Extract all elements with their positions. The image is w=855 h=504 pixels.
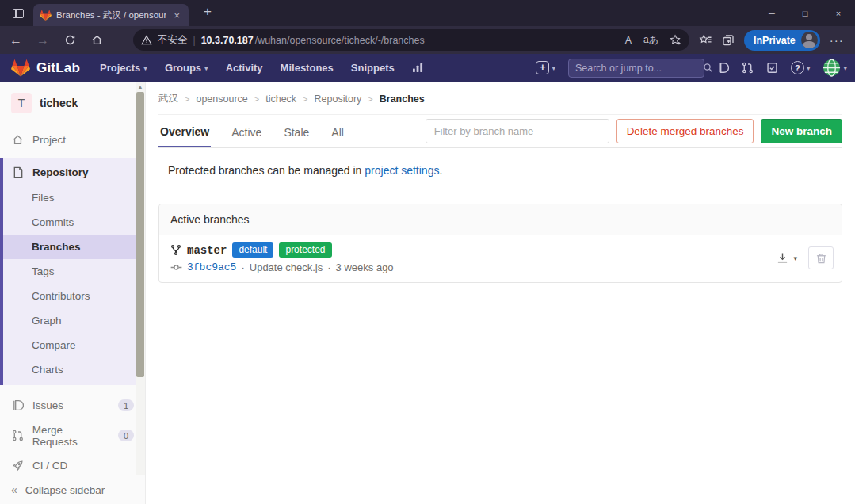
branches-page: 武汉 > opensource > ticheck > Repository >… [146, 82, 855, 504]
address-bar-actions: A aあ [625, 33, 681, 47]
inprivate-badge[interactable]: InPrivate [744, 30, 820, 51]
sidebar-item-issues[interactable]: Issues 1 [0, 393, 145, 418]
chevrons-left-icon: « [11, 483, 17, 496]
user-menu[interactable]: ▾ [823, 59, 847, 77]
tab-all[interactable]: All [330, 116, 345, 147]
download-source-button[interactable]: ▾ [777, 252, 797, 264]
analytics-chart-icon[interactable] [412, 63, 424, 73]
breadcrumb-repository[interactable]: Repository [315, 94, 362, 105]
breadcrumb-subgroup[interactable]: opensource [196, 94, 247, 105]
commit-sha-link[interactable]: 3fbc9ac5 [187, 262, 236, 273]
project-sidebar: T ticheck Project R [0, 82, 146, 504]
nav-activity[interactable]: Activity [226, 62, 263, 74]
commit-time: 3 weeks ago [336, 262, 394, 273]
nav-groups[interactable]: Groups▾ [165, 62, 208, 74]
nav-projects-label: Projects [100, 62, 140, 74]
favorites-bar-icon[interactable] [699, 34, 712, 46]
project-settings-link[interactable]: project settings [365, 164, 439, 177]
url-host[interactable]: 10.3.70.187 [201, 35, 254, 46]
window-controls: ─ □ × [755, 0, 855, 26]
tab-close-icon[interactable]: × [171, 10, 182, 21]
nav-milestones[interactable]: Milestones [281, 62, 334, 74]
gitlab-navbar: GitLab Projects▾ Groups▾ Activity Milest… [0, 54, 855, 82]
sidebar-item-tags[interactable]: Tags [3, 259, 145, 284]
add-favorite-icon[interactable] [670, 34, 681, 46]
user-avatar [823, 59, 841, 77]
issues-nav-icon[interactable] [717, 62, 729, 74]
sidebar-scrollbar[interactable]: ▲ [136, 82, 145, 475]
search-input[interactable] [575, 63, 703, 74]
delete-branch-button[interactable] [808, 246, 834, 269]
git-branch-icon [170, 244, 181, 256]
help-menu[interactable]: ? ▾ [791, 61, 811, 74]
mr-count-badge: 0 [118, 430, 134, 441]
chevron-right-icon: > [303, 94, 307, 104]
sidebar-item-files[interactable]: Files [3, 185, 145, 210]
sidebar-item-label: Issues [32, 399, 63, 411]
minimize-button[interactable]: ─ [755, 0, 788, 26]
sidebar-item-charts[interactable]: Charts [3, 357, 145, 382]
new-menu-button[interactable]: + ▾ [536, 61, 555, 74]
nav-activity-label: Activity [226, 62, 263, 74]
section-title: Active branches [159, 204, 842, 235]
sidebar-item-label: CI / CD [32, 460, 67, 472]
tab-stale[interactable]: Stale [282, 116, 311, 147]
collapse-sidebar-button[interactable]: « Collapse sidebar [0, 475, 145, 504]
breadcrumb-group[interactable]: 武汉 [158, 92, 178, 105]
nav-projects[interactable]: Projects▾ [100, 62, 147, 74]
repository-icon [11, 166, 25, 178]
sidebar-item-repository[interactable]: Repository [3, 158, 145, 185]
browser-menu-icon[interactable]: ··· [830, 33, 844, 47]
nav-snippets[interactable]: Snippets [351, 62, 395, 74]
address-bar[interactable]: 不安全 | 10.3.70.187 /wuhan/opensource/tich… [133, 29, 689, 51]
sidebar-item-merge-requests[interactable]: Merge Requests 0 [0, 423, 145, 448]
sidebar-item-commits[interactable]: Commits [3, 210, 145, 235]
sidebar-item-graph[interactable]: Graph [3, 308, 145, 333]
merge-request-icon [11, 430, 25, 441]
gitlab-logo[interactable]: GitLab [11, 59, 80, 77]
project-avatar: T [11, 93, 32, 113]
url-path[interactable]: /wuhan/opensource/ticheck/-/branches [255, 35, 425, 46]
sidebar-item-branches[interactable]: Branches [3, 235, 145, 259]
refresh-button[interactable] [59, 30, 81, 51]
collections-icon[interactable] [722, 34, 735, 47]
breadcrumb-project[interactable]: ticheck [265, 94, 296, 105]
notice-text: Protected branches can be managed in [168, 164, 361, 177]
home-button[interactable] [86, 30, 108, 51]
delete-merged-branches-button[interactable]: Delete merged branches [616, 119, 754, 143]
filter-branch-input[interactable] [426, 119, 609, 143]
project-context[interactable]: T ticheck [0, 82, 145, 123]
toolbar-right: InPrivate ··· [699, 29, 844, 51]
read-aloud-icon[interactable]: A [625, 35, 632, 46]
browser-tab[interactable]: Branches - 武汉 / opensource / ti × [33, 4, 189, 26]
new-tab-button[interactable]: + [198, 4, 217, 20]
commit-message[interactable]: Update check.js [250, 262, 323, 273]
tab-actions-icon[interactable] [6, 4, 30, 23]
close-button[interactable]: × [822, 0, 855, 26]
todos-nav-icon[interactable] [766, 62, 778, 74]
help-icon: ? [791, 61, 804, 74]
breadcrumb-current: Branches [380, 94, 425, 105]
global-search[interactable] [568, 59, 704, 78]
browser-titlebar: Branches - 武汉 / opensource / ti × + ─ □ … [0, 0, 855, 26]
security-label[interactable]: 不安全 [158, 33, 188, 47]
scrollbar-thumb[interactable] [136, 92, 144, 377]
branch-name-link[interactable]: master [187, 244, 227, 257]
branch-row-controls: ▾ [777, 246, 834, 269]
sidebar-item-compare[interactable]: Compare [3, 333, 145, 357]
vertical-tabs-glyph [13, 9, 24, 18]
scroll-up-icon[interactable]: ▲ [136, 82, 145, 91]
translate-icon[interactable]: aあ [643, 33, 658, 47]
new-branch-button[interactable]: New branch [761, 119, 842, 143]
home-icon [11, 134, 25, 146]
tab-active[interactable]: Active [230, 116, 263, 147]
forward-button: → [32, 30, 54, 51]
merge-requests-nav-icon[interactable] [742, 62, 754, 74]
navbar-right: + ▾ [536, 59, 847, 78]
nav-groups-label: Groups [165, 62, 201, 74]
tab-overview[interactable]: Overview [158, 116, 211, 147]
sidebar-item-contributors[interactable]: Contributors [3, 284, 145, 308]
sidebar-item-project[interactable]: Project [0, 128, 145, 152]
back-button[interactable]: ← [5, 30, 27, 51]
maximize-button[interactable]: □ [788, 0, 822, 26]
